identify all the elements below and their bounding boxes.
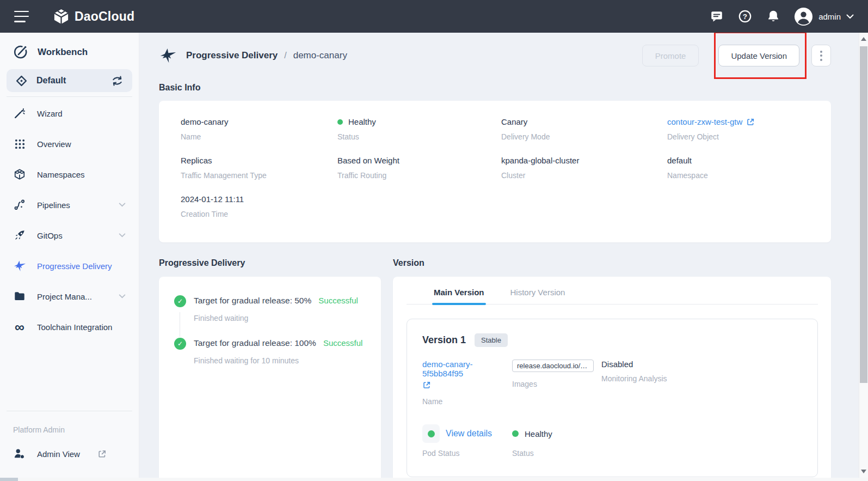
field-value: default	[667, 156, 692, 165]
field-images: release.daocloud.io/skoala... Images	[512, 360, 601, 406]
rocket-icon	[13, 229, 26, 241]
switch-workspace-icon[interactable]	[111, 75, 124, 87]
sidebar-item-label: Admin View	[37, 449, 80, 459]
step-status: Successful	[323, 338, 363, 348]
platform-admin-section-label: Platform Admin	[0, 411, 139, 434]
version-fields-row: demo-canary-5f5bb84f95 Name release.daoc…	[422, 360, 802, 406]
progressive-delivery-section: Progressive Delivery Target for gradual …	[159, 258, 381, 478]
notifications-bell-icon[interactable]	[766, 9, 780, 24]
username-label: admin	[818, 12, 841, 21]
sidebar-item-gitops[interactable]: GitOps	[0, 220, 139, 251]
workspace-selector[interactable]: Default	[7, 69, 132, 92]
bird-icon	[13, 260, 26, 272]
grid-dots-icon	[13, 138, 26, 150]
horizontal-scrollbar-thumb[interactable]	[0, 478, 18, 481]
workspace-icon	[15, 75, 28, 87]
chevron-down-icon[interactable]	[846, 14, 854, 19]
scroll-down-arrow[interactable]	[861, 470, 866, 473]
breadcrumb-root[interactable]: Progressive Delivery	[186, 50, 278, 61]
chevron-down-icon	[119, 203, 126, 207]
field-value: Disabled	[601, 360, 802, 369]
field-value: demo-canary	[181, 117, 229, 126]
field-label: Traffic Management Type	[181, 171, 337, 180]
app-window: DaoCloud ? admin	[0, 0, 868, 481]
timeline-step: Target for gradual release: 100% Success…	[174, 338, 366, 381]
step-title: Target for gradual release: 100%	[194, 338, 316, 348]
field-value: Replicas	[181, 156, 212, 165]
sidebar-header-workbench[interactable]: Workbench	[0, 33, 139, 69]
status-dot	[512, 430, 519, 437]
sidebar-item-project-management[interactable]: Project Mana...	[0, 281, 139, 312]
update-version-wrapper: Update Version	[718, 45, 799, 66]
sidebar-item-label: Progressive Delivery	[37, 261, 112, 271]
version-name-link[interactable]: demo-canary-5f5bb84f95	[422, 360, 512, 378]
version-1-card: Version 1 Stable demo-canary-5f5bb84f95 …	[407, 319, 818, 477]
promote-button[interactable]: Promote	[642, 45, 699, 66]
field-version-status: Healthy Status	[512, 424, 802, 458]
hamburger-menu-icon[interactable]	[14, 11, 29, 22]
sidebar-item-wizard[interactable]: Wizard	[0, 98, 139, 129]
sidebar-item-label: Overview	[37, 139, 71, 149]
field-value: Based on Weight	[337, 156, 399, 165]
view-details-link[interactable]: View details	[446, 429, 492, 439]
sidebar-nav: Wizard Overview Namespaces	[0, 97, 139, 342]
feedback-chat-icon[interactable]	[709, 9, 724, 24]
step-status: Successful	[318, 296, 358, 305]
sidebar-item-overview[interactable]: Overview	[0, 129, 139, 159]
external-link-icon[interactable]	[746, 118, 755, 126]
daocloud-logo-icon	[53, 8, 70, 25]
scroll-up-arrow[interactable]	[861, 37, 866, 41]
field-label: Cluster	[501, 171, 667, 180]
infinity-icon	[13, 322, 26, 332]
sidebar-item-label: Wizard	[37, 109, 63, 118]
step-detail: Finished waiting	[194, 314, 366, 322]
field-traffic-routing: Based on Weight Traffic Routing	[337, 156, 501, 180]
sidebar-item-pipelines[interactable]: Pipelines	[0, 190, 139, 220]
field-version-name: demo-canary-5f5bb84f95 Name	[422, 360, 512, 406]
field-monitoring-analysis: Disabled Monitoring Analysis	[601, 360, 802, 406]
more-actions-kebab-button[interactable]	[811, 45, 831, 66]
sidebar-item-admin-view[interactable]: Admin View	[0, 439, 139, 469]
field-label: Images	[512, 380, 601, 388]
workspace-name: Default	[36, 76, 66, 86]
avatar[interactable]	[794, 7, 813, 26]
folder-icon	[13, 290, 26, 302]
vertical-scrollbar[interactable]	[859, 33, 868, 478]
sidebar-item-label: Namespaces	[37, 170, 85, 179]
field-delivery-mode: Canary Delivery Mode	[501, 117, 667, 141]
version-status-row: View details Pod Status Healthy	[422, 424, 802, 458]
field-value: Canary	[501, 117, 527, 126]
timeline-step: Target for gradual release: 50% Successf…	[174, 296, 366, 338]
tab-history-version[interactable]: History Version	[510, 288, 565, 297]
pod-status-chip[interactable]	[422, 424, 440, 443]
field-status: Healthy Status	[337, 117, 501, 141]
help-icon[interactable]: ?	[737, 9, 752, 24]
sidebar-item-label: GitOps	[37, 231, 63, 240]
sidebar-item-toolchain-integration[interactable]: Toolchain Integration	[0, 312, 139, 342]
vertical-scrollbar-thumb[interactable]	[860, 46, 867, 383]
page-header: Progressive Delivery / demo-canary Promo…	[159, 44, 831, 68]
main-content: Progressive Delivery / demo-canary Promo…	[139, 33, 868, 478]
field-traffic-management-type: Replicas Traffic Management Type	[181, 156, 337, 180]
field-label: Monitoring Analysis	[601, 374, 802, 383]
bird-icon	[159, 47, 177, 64]
navbar-right: ? admin	[709, 7, 854, 26]
horizontal-scrollbar[interactable]	[0, 478, 868, 481]
brand-logo: DaoCloud	[53, 8, 134, 25]
cube-icon	[13, 168, 26, 180]
field-label: Name	[181, 132, 337, 141]
field-value: Healthy	[348, 117, 376, 126]
field-label: Status	[512, 449, 802, 458]
version-section: Version Main Version History Version Ver…	[393, 258, 831, 478]
sidebar-item-namespaces[interactable]: Namespaces	[0, 159, 139, 190]
field-value: Healthy	[525, 429, 552, 439]
check-circle-icon	[174, 338, 186, 350]
basic-info-title: Basic Info	[159, 83, 831, 93]
external-link-icon[interactable]	[422, 381, 512, 392]
sidebar-item-progressive-delivery[interactable]: Progressive Delivery	[0, 251, 139, 281]
tab-main-version[interactable]: Main Version	[434, 288, 484, 297]
update-version-button[interactable]: Update Version	[718, 45, 799, 66]
field-value: 2024-01-12 11:11	[181, 194, 244, 204]
delivery-object-link[interactable]: contour-zxw-test-gtw	[667, 117, 755, 126]
user-menu[interactable]: admin	[794, 7, 854, 26]
